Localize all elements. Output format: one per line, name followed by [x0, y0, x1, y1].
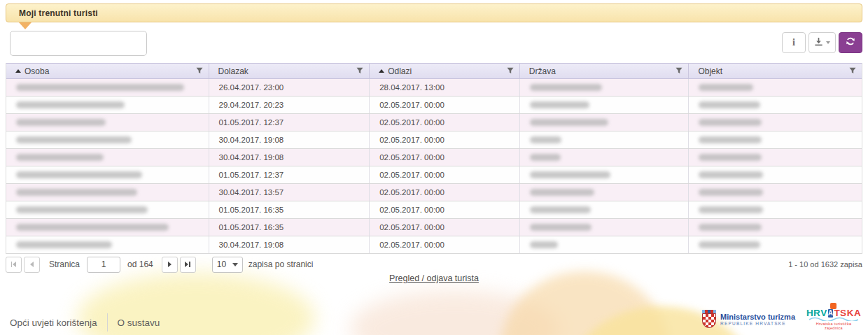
table-row[interactable]: 30.04.2017. 13:57 02.05.2017. 00:00: [6, 184, 862, 201]
sort-ascending-icon: [379, 69, 384, 73]
redacted-name: [16, 136, 132, 143]
cell-osoba: [6, 149, 209, 166]
table-row[interactable]: 26.04.2017. 23:00 28.04.2017. 13:00: [6, 79, 862, 97]
table-row[interactable]: 29.04.2017. 20:23 02.05.2017. 00:00: [6, 97, 862, 114]
redacted-name: [16, 171, 142, 178]
chevron-down-icon: [232, 263, 238, 266]
active-tab-banner[interactable]: Moji trenutni turisti: [6, 3, 862, 22]
cell-dolazak: 29.04.2017. 20:23: [209, 97, 370, 113]
redacted-name: [16, 119, 106, 126]
redacted-object-link[interactable]: [699, 224, 762, 231]
table-row[interactable]: 30.04.2017. 19:08 02.05.2017. 00:00: [6, 149, 862, 166]
cell-objekt: [689, 236, 862, 253]
filter-icon[interactable]: [196, 66, 203, 76]
cell-drzava: [520, 79, 690, 96]
cell-dolazak: 01.05.2017. 12:37: [209, 166, 370, 183]
redacted-object-link[interactable]: [699, 84, 753, 91]
filter-icon[interactable]: [676, 66, 682, 76]
first-page-button[interactable]: [6, 257, 22, 273]
cell-objekt: [689, 114, 862, 131]
redacted-name: [16, 154, 104, 161]
chevron-down-icon: [826, 41, 830, 44]
table-row[interactable]: 01.05.2017. 12:37 02.05.2017. 00:00: [6, 114, 862, 131]
about-system-link[interactable]: O sustavu: [118, 318, 160, 328]
footer-divider: [107, 313, 108, 332]
cell-osoba: [6, 97, 209, 113]
redacted-name: [16, 206, 148, 213]
redacted-object-link[interactable]: [699, 154, 762, 161]
footer-links: Opći uvjeti korištenja O sustavu: [10, 313, 160, 332]
column-header-odlazi[interactable]: Odlazi: [370, 64, 520, 78]
cell-odlazi: 02.05.2017. 00:00: [370, 236, 520, 253]
info-button[interactable]: i: [782, 32, 806, 53]
table-row[interactable]: 01.05.2017. 16:35 02.05.2017. 00:00: [6, 201, 862, 219]
next-page-button[interactable]: [162, 257, 178, 273]
search-input[interactable]: [10, 31, 147, 56]
redacted-country: [530, 241, 558, 248]
redacted-object-link[interactable]: [699, 136, 762, 143]
cell-osoba: [6, 166, 209, 183]
cell-drzava: [520, 97, 690, 113]
ministry-name: Ministarstvo turizma: [720, 313, 795, 321]
cell-dolazak: 30.04.2017. 19:08: [209, 149, 370, 166]
per-page-label: zapisa po stranici: [248, 259, 314, 269]
cell-osoba: [6, 114, 209, 131]
cell-osoba: [6, 184, 209, 201]
redacted-object-link[interactable]: [699, 189, 763, 196]
cell-dolazak: 30.04.2017. 19:08: [209, 131, 370, 148]
cell-odlazi: 02.05.2017. 00:00: [370, 184, 520, 201]
table-row[interactable]: 30.04.2017. 19:08 02.05.2017. 00:00: [6, 131, 862, 149]
page-title: Moji trenutni turisti: [19, 8, 98, 18]
review-checkout-tourists-link[interactable]: Pregled / odjava turista: [389, 273, 479, 283]
table-row[interactable]: 01.05.2017. 16:35 02.05.2017. 00:00: [6, 219, 862, 236]
column-header-osoba[interactable]: Osoba: [6, 64, 209, 78]
refresh-button[interactable]: [839, 32, 862, 53]
filter-icon[interactable]: [507, 66, 514, 76]
tab-pointer-arrow: [19, 22, 31, 29]
terms-of-use-link[interactable]: Opći uvjeti korištenja: [10, 318, 97, 328]
page-number-input[interactable]: [87, 257, 120, 273]
cell-osoba: [6, 219, 209, 236]
cell-dolazak: 30.04.2017. 13:57: [209, 184, 370, 201]
redacted-object-link[interactable]: [699, 101, 760, 108]
cell-drzava: [520, 114, 690, 131]
cell-objekt: [689, 166, 862, 183]
filter-icon[interactable]: [849, 66, 856, 76]
export-download-button[interactable]: [808, 32, 836, 53]
cell-osoba: [6, 131, 209, 148]
cell-drzava: [520, 184, 690, 201]
cell-objekt: [689, 79, 862, 96]
htz-subtitle: Hrvatska turistička zajednica: [806, 322, 861, 330]
cell-dolazak: 01.05.2017. 12:37: [209, 114, 370, 131]
redacted-object-link[interactable]: [699, 241, 760, 248]
sort-ascending-icon: [15, 69, 21, 73]
tourists-table: Osoba Dolazak Odlazi: [6, 63, 862, 254]
record-range-info: 1 - 10 od 1632 zapisa: [788, 260, 862, 269]
cell-drzava: [520, 166, 690, 183]
cell-osoba: [6, 201, 209, 218]
column-header-dolazak[interactable]: Dolazak: [209, 64, 370, 78]
previous-page-button[interactable]: [24, 257, 40, 273]
cell-objekt: [689, 149, 862, 166]
redacted-country: [530, 171, 610, 178]
footer-logos: Ministarstvo turizma REPUBLIKE HRVATSKE …: [702, 308, 861, 330]
redacted-object-link[interactable]: [699, 171, 763, 178]
redacted-object-link[interactable]: [699, 206, 763, 213]
table-row[interactable]: 30.04.2017. 19:08 02.05.2017. 00:00: [6, 236, 862, 254]
last-page-button[interactable]: [180, 257, 196, 273]
cell-drzava: [520, 236, 690, 253]
filter-icon[interactable]: [356, 66, 363, 76]
cell-osoba: [6, 79, 209, 96]
ministry-subtitle: REPUBLIKE HRVATSKE: [720, 321, 795, 326]
redacted-object-link[interactable]: [699, 119, 762, 126]
table-header-row: Osoba Dolazak Odlazi: [6, 63, 862, 79]
redacted-country: [530, 154, 561, 161]
column-header-drzava[interactable]: Država: [520, 64, 690, 78]
page-size-select[interactable]: 10: [212, 257, 243, 273]
cell-odlazi: 02.05.2017. 00:00: [370, 166, 520, 183]
table-row[interactable]: 01.05.2017. 12:37 02.05.2017. 00:00: [6, 166, 862, 184]
cell-dolazak: 01.05.2017. 16:35: [209, 219, 370, 236]
cell-dolazak: 30.04.2017. 19:08: [209, 236, 370, 253]
cell-odlazi: 02.05.2017. 00:00: [370, 97, 520, 113]
column-header-objekt[interactable]: Objekt: [689, 64, 862, 78]
